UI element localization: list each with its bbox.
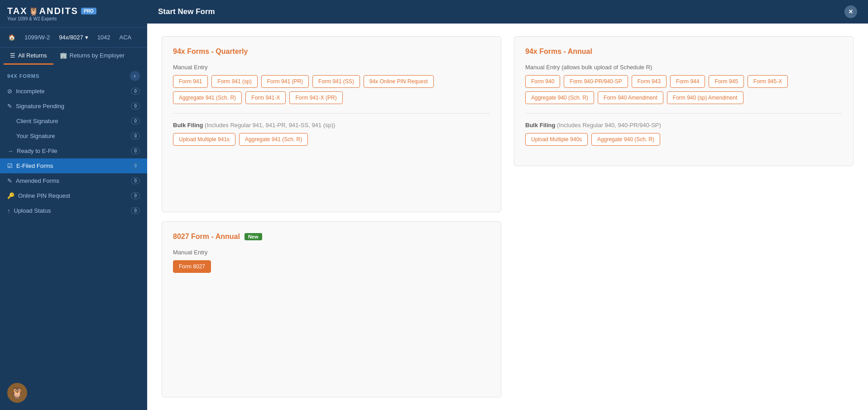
btn-form-943[interactable]: Form 943	[632, 75, 667, 88]
btn-form-941-ss[interactable]: Form 941 (SS)	[312, 75, 360, 88]
nav-aca[interactable]: ACA	[115, 30, 136, 44]
client-signature-badge: 0	[131, 118, 140, 124]
nav-1042-label: 1042	[97, 34, 110, 41]
signature-pending-label: Signature Pending	[16, 103, 64, 110]
annual-bulk-label: Bulk Filing (Includes Regular 940, 940-P…	[525, 122, 842, 129]
btn-aggregate-941-sch-r[interactable]: Aggregate 941 (Sch. R)	[173, 91, 242, 104]
btn-aggregate-941-sch-r-bulk[interactable]: Aggregate 941 (Sch. R)	[239, 133, 308, 146]
right-column: 94x Forms - Annual Manual Entry (allows …	[514, 36, 854, 397]
logo-area: TAX 🦉 ANDITS PRO Your 1099 & W2 Experts	[0, 0, 147, 27]
btn-aggregate-940-sch-r[interactable]: Aggregate 940 (Sch. R)	[525, 91, 594, 104]
tab-returns-by-employer-icon: 🏢	[60, 52, 67, 59]
sidebar-item-signature-pending[interactable]: ✎ Signature Pending 0	[0, 99, 147, 114]
pro-badge: PRO	[81, 8, 96, 14]
btn-form-941-x[interactable]: Form 941-X	[245, 91, 286, 104]
avatar-icon: 🦉	[10, 386, 24, 399]
online-pin-icon: 🔑	[7, 192, 14, 199]
modal-header: Start New Form ×	[147, 0, 868, 24]
quarterly-manual-buttons: Form 941 Form 941 (sp) Form 941 (PR) For…	[173, 75, 490, 104]
tab-all-returns-label: All Returns	[18, 52, 47, 59]
online-pin-badge: 0	[131, 192, 140, 199]
amended-icon: ✎	[7, 177, 12, 184]
quarterly-section: 94x Forms - Quarterly Manual Entry Form …	[162, 36, 501, 212]
annual-bulk-buttons: Upload Multiple 940s Aggregate 940 (Sch.…	[525, 133, 842, 146]
logo-tax: TAX	[7, 6, 28, 16]
quarterly-manual-label: Manual Entry	[173, 64, 490, 71]
e-filed-icon: ☑	[7, 162, 13, 169]
sidebar-item-client-signature[interactable]: Client Signature 0	[0, 114, 147, 129]
incomplete-badge: 0	[131, 88, 140, 95]
form8027-manual-label: Manual Entry	[173, 249, 490, 256]
sub-nav: ☰ All Returns 🏢 Returns by Employer	[0, 47, 147, 65]
sidebar-item-amended-forms[interactable]: ✎ Amended Forms 0	[0, 173, 147, 188]
sidebar: TAX 🦉 ANDITS PRO Your 1099 & W2 Experts …	[0, 0, 147, 410]
nav-1099w2-label: 1099/W-2	[24, 34, 50, 41]
tab-returns-by-employer[interactable]: 🏢 Returns by Employer	[53, 48, 131, 65]
btn-upload-multiple-941s[interactable]: Upload Multiple 941s	[173, 133, 235, 146]
online-pin-label: Online PIN Request	[18, 192, 70, 199]
btn-form-941-x-pr[interactable]: Form 941-X (PR)	[289, 91, 342, 104]
btn-form-941-pr[interactable]: Form 941 (PR)	[261, 75, 309, 88]
nav-aca-label: ACA	[120, 34, 132, 41]
sidebar-item-incomplete[interactable]: ⊘ Incomplete 0	[0, 84, 147, 99]
btn-form-941[interactable]: Form 941	[173, 75, 208, 88]
quarterly-title: 94x Forms - Quarterly	[173, 48, 490, 56]
nav-94x8027[interactable]: 94x/8027 ▾	[54, 30, 93, 44]
signature-pending-badge: 0	[131, 103, 140, 110]
home-icon: 🏠	[8, 34, 15, 41]
sidebar-item-e-filed-forms[interactable]: ☑ E-Filed Forms 0	[0, 158, 147, 173]
nav-94x8027-label: 94x/8027	[59, 34, 83, 41]
upload-status-badge: 0	[131, 207, 140, 214]
client-signature-label: Client Signature	[16, 118, 58, 124]
form8027-section: 8027 Form - Annual New Manual Entry Form…	[162, 221, 501, 397]
ready-efile-icon: →	[7, 148, 13, 154]
form8027-title: 8027 Form - Annual New	[173, 233, 490, 241]
sidebar-item-upload-status[interactable]: ↑ Upload Status 0	[0, 203, 147, 218]
top-nav: 🏠 1099/W-2 94x/8027 ▾ 1042 ACA	[0, 27, 147, 47]
e-filed-label: E-Filed Forms	[16, 162, 53, 169]
upload-status-label: Upload Status	[14, 207, 51, 214]
btn-form-8027[interactable]: Form 8027	[173, 260, 211, 273]
logo-owl-icon: 🦉	[29, 6, 38, 16]
form8027-manual-buttons: Form 8027	[173, 260, 490, 273]
btn-form-941-sp[interactable]: Form 941 (sp)	[211, 75, 257, 88]
modal-close-button[interactable]: ×	[844, 5, 857, 18]
incomplete-icon: ⊘	[7, 88, 12, 95]
upload-status-icon: ↑	[7, 207, 10, 214]
btn-form-944[interactable]: Form 944	[670, 75, 705, 88]
btn-form-940-sp-amendment[interactable]: Form 940 (sp) Amendment	[667, 91, 743, 104]
nav-1099w2[interactable]: 1099/W-2	[20, 30, 54, 44]
user-avatar[interactable]: 🦉	[7, 383, 27, 403]
modal-title: Start New Form	[158, 7, 215, 16]
btn-form-945[interactable]: Form 945	[709, 75, 743, 88]
nav-94x8027-dropdown-icon: ▾	[85, 34, 88, 41]
quarterly-divider	[173, 113, 490, 114]
sidebar-item-ready-to-efile[interactable]: → Ready to E-File 0	[0, 143, 147, 158]
tab-all-returns[interactable]: ☰ All Returns	[4, 48, 53, 65]
btn-aggregate-940-sch-r-bulk[interactable]: Aggregate 940 (Sch. R)	[591, 133, 660, 146]
nav-1042[interactable]: 1042	[93, 30, 115, 44]
ready-efile-label: Ready to E-File	[17, 148, 58, 154]
incomplete-label: Incomplete	[16, 88, 45, 95]
annual-divider	[525, 113, 842, 114]
collapse-button[interactable]: ‹	[130, 71, 140, 81]
amended-label: Amended Forms	[16, 177, 59, 184]
annual-manual-buttons: Form 940 Form 940-PR/940-SP Form 943 For…	[525, 75, 842, 104]
sidebar-item-your-signature[interactable]: Your Signature 0	[0, 129, 147, 143]
tab-all-returns-icon: ☰	[10, 52, 15, 59]
btn-upload-multiple-940s[interactable]: Upload Multiple 940s	[525, 133, 588, 146]
ready-efile-badge: 0	[131, 148, 140, 154]
btn-form-940[interactable]: Form 940	[525, 75, 560, 88]
e-filed-badge: 0	[131, 162, 140, 169]
logo-tagline: Your 1099 & W2 Experts	[7, 16, 96, 21]
btn-form-940-pr-sp[interactable]: Form 940-PR/940-SP	[564, 75, 628, 88]
your-signature-badge: 0	[131, 133, 140, 139]
sidebar-item-online-pin[interactable]: 🔑 Online PIN Request 0	[0, 188, 147, 203]
nav-home[interactable]: 🏠	[4, 30, 20, 44]
btn-form-940-amendment[interactable]: Form 940 Amendment	[598, 91, 663, 104]
btn-94x-online-pin[interactable]: 94x Online PIN Request	[364, 75, 434, 88]
btn-form-945-x[interactable]: Form 945-X	[748, 75, 788, 88]
logo: TAX 🦉 ANDITS PRO Your 1099 & W2 Experts	[7, 6, 96, 21]
your-signature-label: Your Signature	[16, 133, 55, 139]
modal-body: 94x Forms - Quarterly Manual Entry Form …	[147, 24, 868, 410]
